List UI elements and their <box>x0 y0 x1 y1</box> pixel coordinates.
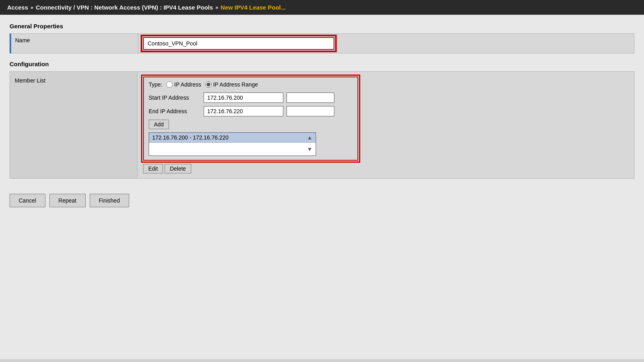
type-ip-address-text: IP Address <box>174 81 201 88</box>
start-ip-extra-input[interactable] <box>287 92 334 103</box>
breadcrumb-connectivity: Connectivity / VPN : Network Access (VPN… <box>36 4 213 11</box>
main-content: General Properties Name Configuration Me… <box>0 15 644 359</box>
general-properties-title: General Properties <box>10 23 634 30</box>
start-ip-input[interactable] <box>204 92 283 103</box>
config-content: Type: IP Address IP Address Range Start … <box>137 72 634 178</box>
config-inner-box: Type: IP Address IP Address Range Start … <box>143 77 358 161</box>
type-ip-address-radio[interactable] <box>166 81 173 88</box>
name-row: Name <box>10 34 634 53</box>
name-input[interactable] <box>143 37 334 50</box>
member-list-label: Member List <box>10 72 137 178</box>
start-ip-row: Start IP Address <box>149 92 353 103</box>
repeat-button[interactable]: Repeat <box>49 194 86 207</box>
end-ip-label: End IP Address <box>149 108 200 114</box>
configuration-row: Member List Type: IP Address IP Address … <box>10 72 634 178</box>
breadcrumb: Access » Connectivity / VPN : Network Ac… <box>0 0 644 15</box>
end-ip-input[interactable] <box>204 106 283 116</box>
chevron-icon-2: » <box>215 4 218 10</box>
member-list-item-text: 172.16.76.200 - 172.16.76.220 <box>152 134 229 141</box>
type-label: Type: <box>149 81 162 88</box>
name-value-cell <box>138 34 634 53</box>
member-list-item[interactable]: 172.16.76.200 - 172.16.76.220 ▲ <box>149 133 316 143</box>
add-button[interactable]: Add <box>149 120 169 129</box>
up-arrow-icon[interactable]: ▲ <box>307 134 312 141</box>
type-ip-address-label[interactable]: IP Address <box>166 81 201 88</box>
end-ip-extra-input[interactable] <box>287 106 334 116</box>
general-properties-table: Name <box>10 33 634 53</box>
finished-button[interactable]: Finished <box>90 194 129 207</box>
delete-button[interactable]: Delete <box>165 164 191 173</box>
name-label: Name <box>10 34 138 53</box>
action-buttons: Edit Delete <box>143 164 628 173</box>
breadcrumb-access: Access <box>7 4 28 11</box>
type-row: Type: IP Address IP Address Range <box>149 81 353 88</box>
end-ip-row: End IP Address <box>149 106 353 116</box>
member-list-empty-row: ▼ <box>149 143 316 155</box>
type-ip-range-text: IP Address Range <box>213 81 258 88</box>
start-ip-label: Start IP Address <box>149 94 200 101</box>
member-list[interactable]: 172.16.76.200 - 172.16.76.220 ▲ ▼ <box>149 132 316 156</box>
member-list-container: 172.16.76.200 - 172.16.76.220 ▲ ▼ <box>149 132 316 156</box>
name-input-wrapper <box>143 37 334 50</box>
down-arrow-icon[interactable]: ▼ <box>307 146 312 152</box>
cancel-button[interactable]: Cancel <box>10 194 45 207</box>
configuration-outer: Member List Type: IP Address IP Address … <box>10 71 634 179</box>
edit-button[interactable]: Edit <box>143 164 163 173</box>
configuration-title: Configuration <box>10 61 634 67</box>
chevron-icon-1: » <box>31 4 33 10</box>
breadcrumb-current: New IPV4 Lease Pool... <box>221 4 286 11</box>
type-ip-range-radio[interactable] <box>205 81 212 88</box>
bottom-action-bar: Cancel Repeat Finished <box>10 190 634 207</box>
type-ip-range-label[interactable]: IP Address Range <box>205 81 258 88</box>
